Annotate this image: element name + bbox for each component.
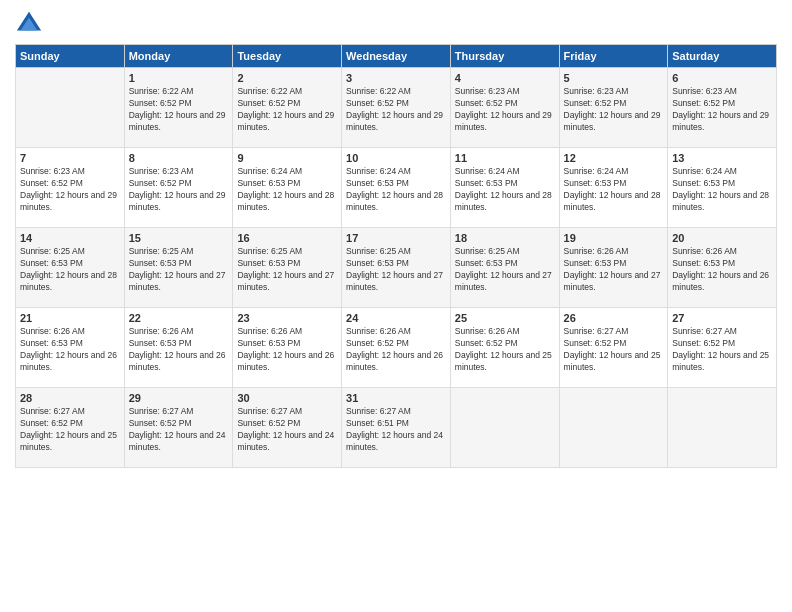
table-cell: 10Sunrise: 6:24 AMSunset: 6:53 PMDayligh… bbox=[342, 148, 451, 228]
day-info: Sunrise: 6:27 AMSunset: 6:52 PMDaylight:… bbox=[20, 406, 120, 454]
day-info: Sunrise: 6:24 AMSunset: 6:53 PMDaylight:… bbox=[564, 166, 664, 214]
day-number: 5 bbox=[564, 72, 664, 84]
week-row-3: 21Sunrise: 6:26 AMSunset: 6:53 PMDayligh… bbox=[16, 308, 777, 388]
table-cell bbox=[668, 388, 777, 468]
day-number: 26 bbox=[564, 312, 664, 324]
day-info: Sunrise: 6:27 AMSunset: 6:51 PMDaylight:… bbox=[346, 406, 446, 454]
table-cell: 3Sunrise: 6:22 AMSunset: 6:52 PMDaylight… bbox=[342, 68, 451, 148]
day-info: Sunrise: 6:23 AMSunset: 6:52 PMDaylight:… bbox=[672, 86, 772, 134]
table-cell: 23Sunrise: 6:26 AMSunset: 6:53 PMDayligh… bbox=[233, 308, 342, 388]
day-info: Sunrise: 6:27 AMSunset: 6:52 PMDaylight:… bbox=[237, 406, 337, 454]
header-monday: Monday bbox=[124, 45, 233, 68]
day-number: 27 bbox=[672, 312, 772, 324]
table-cell: 25Sunrise: 6:26 AMSunset: 6:52 PMDayligh… bbox=[450, 308, 559, 388]
logo bbox=[15, 10, 47, 38]
day-number: 20 bbox=[672, 232, 772, 244]
table-cell: 24Sunrise: 6:26 AMSunset: 6:52 PMDayligh… bbox=[342, 308, 451, 388]
calendar-container: SundayMondayTuesdayWednesdayThursdayFrid… bbox=[0, 0, 792, 612]
day-info: Sunrise: 6:26 AMSunset: 6:53 PMDaylight:… bbox=[564, 246, 664, 294]
day-number: 7 bbox=[20, 152, 120, 164]
table-cell: 13Sunrise: 6:24 AMSunset: 6:53 PMDayligh… bbox=[668, 148, 777, 228]
day-number: 1 bbox=[129, 72, 229, 84]
day-info: Sunrise: 6:24 AMSunset: 6:53 PMDaylight:… bbox=[237, 166, 337, 214]
day-number: 8 bbox=[129, 152, 229, 164]
day-info: Sunrise: 6:26 AMSunset: 6:53 PMDaylight:… bbox=[20, 326, 120, 374]
day-info: Sunrise: 6:26 AMSunset: 6:52 PMDaylight:… bbox=[346, 326, 446, 374]
table-cell: 18Sunrise: 6:25 AMSunset: 6:53 PMDayligh… bbox=[450, 228, 559, 308]
day-info: Sunrise: 6:22 AMSunset: 6:52 PMDaylight:… bbox=[237, 86, 337, 134]
day-number: 17 bbox=[346, 232, 446, 244]
table-cell: 21Sunrise: 6:26 AMSunset: 6:53 PMDayligh… bbox=[16, 308, 125, 388]
calendar-table: SundayMondayTuesdayWednesdayThursdayFrid… bbox=[15, 44, 777, 468]
week-row-0: 1Sunrise: 6:22 AMSunset: 6:52 PMDaylight… bbox=[16, 68, 777, 148]
day-info: Sunrise: 6:23 AMSunset: 6:52 PMDaylight:… bbox=[455, 86, 555, 134]
table-cell: 28Sunrise: 6:27 AMSunset: 6:52 PMDayligh… bbox=[16, 388, 125, 468]
table-cell: 22Sunrise: 6:26 AMSunset: 6:53 PMDayligh… bbox=[124, 308, 233, 388]
table-cell: 7Sunrise: 6:23 AMSunset: 6:52 PMDaylight… bbox=[16, 148, 125, 228]
day-number: 14 bbox=[20, 232, 120, 244]
day-number: 12 bbox=[564, 152, 664, 164]
day-info: Sunrise: 6:25 AMSunset: 6:53 PMDaylight:… bbox=[346, 246, 446, 294]
table-cell: 16Sunrise: 6:25 AMSunset: 6:53 PMDayligh… bbox=[233, 228, 342, 308]
day-number: 16 bbox=[237, 232, 337, 244]
day-info: Sunrise: 6:24 AMSunset: 6:53 PMDaylight:… bbox=[346, 166, 446, 214]
day-number: 15 bbox=[129, 232, 229, 244]
table-cell bbox=[16, 68, 125, 148]
table-cell: 9Sunrise: 6:24 AMSunset: 6:53 PMDaylight… bbox=[233, 148, 342, 228]
table-cell: 14Sunrise: 6:25 AMSunset: 6:53 PMDayligh… bbox=[16, 228, 125, 308]
table-cell: 15Sunrise: 6:25 AMSunset: 6:53 PMDayligh… bbox=[124, 228, 233, 308]
table-cell: 2Sunrise: 6:22 AMSunset: 6:52 PMDaylight… bbox=[233, 68, 342, 148]
day-info: Sunrise: 6:24 AMSunset: 6:53 PMDaylight:… bbox=[455, 166, 555, 214]
day-number: 10 bbox=[346, 152, 446, 164]
day-number: 30 bbox=[237, 392, 337, 404]
table-cell: 26Sunrise: 6:27 AMSunset: 6:52 PMDayligh… bbox=[559, 308, 668, 388]
header-sunday: Sunday bbox=[16, 45, 125, 68]
day-number: 22 bbox=[129, 312, 229, 324]
day-info: Sunrise: 6:26 AMSunset: 6:53 PMDaylight:… bbox=[237, 326, 337, 374]
day-number: 6 bbox=[672, 72, 772, 84]
day-number: 9 bbox=[237, 152, 337, 164]
header bbox=[15, 10, 777, 38]
table-cell: 12Sunrise: 6:24 AMSunset: 6:53 PMDayligh… bbox=[559, 148, 668, 228]
day-info: Sunrise: 6:27 AMSunset: 6:52 PMDaylight:… bbox=[672, 326, 772, 374]
day-number: 11 bbox=[455, 152, 555, 164]
header-saturday: Saturday bbox=[668, 45, 777, 68]
header-friday: Friday bbox=[559, 45, 668, 68]
day-number: 29 bbox=[129, 392, 229, 404]
day-info: Sunrise: 6:23 AMSunset: 6:52 PMDaylight:… bbox=[20, 166, 120, 214]
table-cell: 6Sunrise: 6:23 AMSunset: 6:52 PMDaylight… bbox=[668, 68, 777, 148]
table-cell: 5Sunrise: 6:23 AMSunset: 6:52 PMDaylight… bbox=[559, 68, 668, 148]
table-cell: 20Sunrise: 6:26 AMSunset: 6:53 PMDayligh… bbox=[668, 228, 777, 308]
logo-icon bbox=[15, 10, 43, 38]
day-number: 24 bbox=[346, 312, 446, 324]
day-info: Sunrise: 6:23 AMSunset: 6:52 PMDaylight:… bbox=[564, 86, 664, 134]
day-info: Sunrise: 6:25 AMSunset: 6:53 PMDaylight:… bbox=[455, 246, 555, 294]
table-cell: 1Sunrise: 6:22 AMSunset: 6:52 PMDaylight… bbox=[124, 68, 233, 148]
day-info: Sunrise: 6:27 AMSunset: 6:52 PMDaylight:… bbox=[129, 406, 229, 454]
table-cell: 4Sunrise: 6:23 AMSunset: 6:52 PMDaylight… bbox=[450, 68, 559, 148]
table-cell: 27Sunrise: 6:27 AMSunset: 6:52 PMDayligh… bbox=[668, 308, 777, 388]
day-number: 4 bbox=[455, 72, 555, 84]
day-number: 28 bbox=[20, 392, 120, 404]
day-number: 25 bbox=[455, 312, 555, 324]
table-cell: 17Sunrise: 6:25 AMSunset: 6:53 PMDayligh… bbox=[342, 228, 451, 308]
week-row-1: 7Sunrise: 6:23 AMSunset: 6:52 PMDaylight… bbox=[16, 148, 777, 228]
day-info: Sunrise: 6:23 AMSunset: 6:52 PMDaylight:… bbox=[129, 166, 229, 214]
day-number: 31 bbox=[346, 392, 446, 404]
day-info: Sunrise: 6:25 AMSunset: 6:53 PMDaylight:… bbox=[20, 246, 120, 294]
day-info: Sunrise: 6:26 AMSunset: 6:52 PMDaylight:… bbox=[455, 326, 555, 374]
day-info: Sunrise: 6:22 AMSunset: 6:52 PMDaylight:… bbox=[129, 86, 229, 134]
table-cell: 11Sunrise: 6:24 AMSunset: 6:53 PMDayligh… bbox=[450, 148, 559, 228]
day-info: Sunrise: 6:27 AMSunset: 6:52 PMDaylight:… bbox=[564, 326, 664, 374]
day-number: 18 bbox=[455, 232, 555, 244]
table-cell bbox=[559, 388, 668, 468]
day-number: 2 bbox=[237, 72, 337, 84]
header-tuesday: Tuesday bbox=[233, 45, 342, 68]
week-row-2: 14Sunrise: 6:25 AMSunset: 6:53 PMDayligh… bbox=[16, 228, 777, 308]
day-info: Sunrise: 6:22 AMSunset: 6:52 PMDaylight:… bbox=[346, 86, 446, 134]
day-info: Sunrise: 6:25 AMSunset: 6:53 PMDaylight:… bbox=[129, 246, 229, 294]
table-header-row: SundayMondayTuesdayWednesdayThursdayFrid… bbox=[16, 45, 777, 68]
day-info: Sunrise: 6:25 AMSunset: 6:53 PMDaylight:… bbox=[237, 246, 337, 294]
table-cell: 8Sunrise: 6:23 AMSunset: 6:52 PMDaylight… bbox=[124, 148, 233, 228]
day-number: 13 bbox=[672, 152, 772, 164]
